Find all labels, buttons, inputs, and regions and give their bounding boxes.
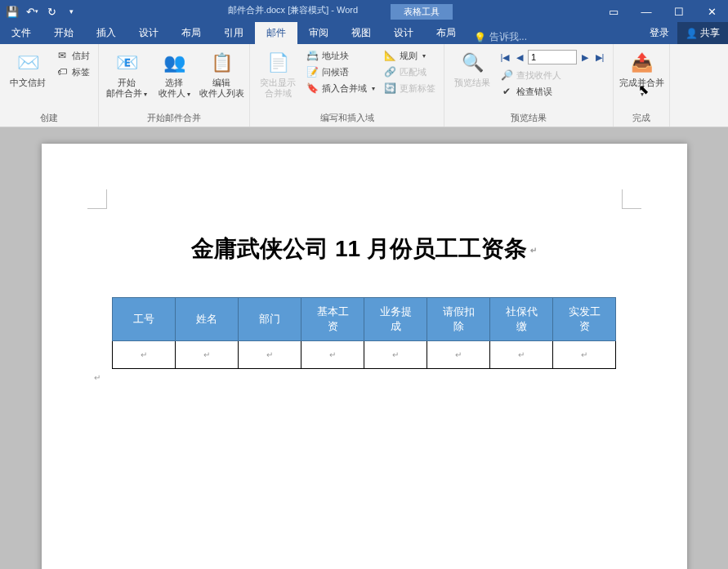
- greeting-line-button[interactable]: 📝 问候语: [302, 64, 378, 79]
- preview-results-button[interactable]: 🔍 预览结果: [449, 47, 495, 88]
- find-recipient-button[interactable]: 🔎 查找收件人: [497, 68, 608, 82]
- table-cell[interactable]: ↵: [553, 341, 616, 369]
- group-write-fields: 📄 突出显示合并域 📇 地址块 📝 问候语 🔖 插入合并域▾: [250, 44, 444, 127]
- table-cell[interactable]: ↵: [176, 341, 239, 369]
- update-labels-button[interactable]: 🔄 更新标签: [380, 81, 439, 96]
- next-record-button[interactable]: ▶: [578, 50, 592, 64]
- tell-me-search[interactable]: 💡 告诉我...: [467, 30, 534, 44]
- record-number-input[interactable]: [528, 50, 577, 64]
- address-block-button[interactable]: 📇 地址块: [302, 48, 378, 63]
- rules-icon: 📐: [383, 49, 396, 62]
- preview-icon: 🔍: [459, 50, 485, 76]
- group-start-merge: 📧 开始邮件合并▾ 👥 选择收件人▾ 📋 编辑收件人列表 开始邮件合并: [99, 44, 250, 127]
- group-preview: 🔍 预览结果 |◀ ◀ ▶ ▶| 🔎 查找收件人 ✔ 检查错误: [444, 44, 614, 127]
- table-header[interactable]: 社保代缴: [490, 298, 553, 341]
- greeting-icon: 📝: [306, 65, 319, 78]
- chinese-envelope-button[interactable]: ✉️ 中文信封: [5, 47, 51, 88]
- group-create: ✉️ 中文信封 ✉ 信封 🏷 标签 创建: [0, 44, 99, 127]
- last-record-button[interactable]: ▶|: [593, 50, 606, 64]
- redo-button[interactable]: ↻: [42, 2, 60, 20]
- ribbon-tabs: 文件 开始 插入 设计 布局 引用 邮件 审阅 视图 设计 布局 💡 告诉我..…: [0, 23, 728, 44]
- table-header[interactable]: 部门: [239, 298, 301, 341]
- tab-view[interactable]: 视图: [340, 22, 382, 44]
- document-title: 邮件合并.docx [兼容模式] - Word: [228, 4, 358, 20]
- table-cell[interactable]: ↵: [301, 341, 364, 369]
- group-label-start: 开始邮件合并: [104, 110, 244, 127]
- insert-merge-field-button[interactable]: 🔖 插入合并域▾: [302, 81, 378, 96]
- tab-table-layout[interactable]: 布局: [425, 22, 467, 44]
- undo-button[interactable]: ↶▾: [23, 2, 41, 20]
- table-tools-context: 表格工具: [391, 4, 453, 20]
- close-button[interactable]: ✕: [695, 0, 728, 23]
- label-button[interactable]: 🏷 标签: [52, 64, 93, 79]
- margin-corner-tl: [87, 189, 107, 209]
- tab-references[interactable]: 引用: [212, 22, 255, 44]
- check-errors-button[interactable]: ✔ 检查错误: [497, 84, 608, 99]
- table-cell[interactable]: ↵: [239, 341, 301, 369]
- share-button[interactable]: 👤 共享: [677, 22, 728, 44]
- select-recipients-button[interactable]: 👥 选择收件人▾: [151, 47, 197, 100]
- table-header-row: 工号 姓名 部门 基本工资 业务提成 请假扣除 社保代缴 实发工资: [113, 298, 616, 341]
- tab-mailings[interactable]: 邮件: [255, 22, 297, 44]
- match-fields-button[interactable]: 🔗 匹配域: [380, 64, 439, 79]
- table-cell[interactable]: ↵: [490, 341, 553, 369]
- window-controls: ▭ — ☐ ✕: [597, 0, 728, 23]
- rules-button[interactable]: 📐 规则▾: [380, 48, 439, 63]
- table-header[interactable]: 工号: [113, 298, 176, 341]
- first-record-button[interactable]: |◀: [498, 50, 511, 64]
- save-button[interactable]: 💾: [3, 2, 21, 20]
- quick-access-toolbar: 💾 ↶▾ ↻ ▾: [0, 2, 83, 20]
- envelope-small-icon: ✉: [56, 49, 69, 62]
- table-cell[interactable]: ↵: [364, 341, 427, 369]
- group-label-finish: 完成: [619, 110, 664, 127]
- paragraph-mark: ↵: [94, 373, 100, 382]
- envelope-button[interactable]: ✉ 信封: [52, 48, 93, 63]
- tab-layout[interactable]: 布局: [170, 22, 212, 44]
- group-label-write: 编写和插入域: [255, 110, 439, 127]
- title-bar: 💾 ↶▾ ↻ ▾ 邮件合并.docx [兼容模式] - Word 表格工具 ▭ …: [0, 0, 728, 23]
- field-icon: 🔖: [306, 82, 319, 95]
- table-cell[interactable]: ↵: [113, 341, 176, 369]
- highlight-fields-button[interactable]: 📄 突出显示合并域: [255, 47, 301, 99]
- maximize-button[interactable]: ☐: [663, 0, 695, 23]
- finish-merge-button[interactable]: 📤 完成并合并▾: [619, 47, 664, 100]
- person-icon: 👤: [686, 28, 698, 39]
- edit-recipients-button[interactable]: 📋 编辑收件人列表: [199, 47, 244, 99]
- tab-review[interactable]: 审阅: [297, 22, 340, 44]
- tab-file[interactable]: 文件: [0, 22, 42, 44]
- highlight-icon: 📄: [265, 50, 291, 76]
- tab-table-design[interactable]: 设计: [382, 22, 425, 44]
- tab-design[interactable]: 设计: [127, 22, 170, 44]
- tab-insert[interactable]: 插入: [85, 22, 127, 44]
- group-label-preview: 预览结果: [449, 110, 608, 127]
- table-cell[interactable]: ↵: [427, 341, 490, 369]
- start-mail-merge-button[interactable]: 📧 开始邮件合并▾: [104, 47, 150, 100]
- table-header[interactable]: 基本工资: [301, 298, 364, 341]
- margin-corner-tr: [622, 189, 641, 209]
- document-area[interactable]: 金庸武侠公司 11 月份员工工资条 工号 姓名 部门 基本工资 业务提成 请假扣…: [0, 127, 728, 569]
- finish-icon: 📤: [628, 50, 654, 76]
- minimize-button[interactable]: —: [630, 0, 663, 23]
- envelope-icon: ✉️: [15, 50, 41, 76]
- prev-record-button[interactable]: ◀: [513, 50, 526, 64]
- table-header[interactable]: 姓名: [176, 298, 239, 341]
- table-header[interactable]: 业务提成: [364, 298, 427, 341]
- label-icon: 🏷: [56, 65, 69, 78]
- lightbulb-icon: 💡: [474, 32, 486, 43]
- page: 金庸武侠公司 11 月份员工工资条 工号 姓名 部门 基本工资 业务提成 请假扣…: [42, 144, 687, 569]
- tab-home[interactable]: 开始: [42, 22, 85, 44]
- salary-table[interactable]: 工号 姓名 部门 基本工资 业务提成 请假扣除 社保代缴 实发工资 ↵ ↵ ↵ …: [112, 297, 616, 369]
- login-button[interactable]: 登录: [641, 22, 677, 44]
- check-icon: ✔: [500, 85, 513, 98]
- mail-merge-icon: 📧: [114, 50, 140, 76]
- document-heading: 金庸武侠公司 11 月份员工工资条: [91, 233, 638, 264]
- table-header[interactable]: 实发工资: [553, 298, 616, 341]
- update-icon: 🔄: [383, 82, 396, 95]
- ribbon: ✉️ 中文信封 ✉ 信封 🏷 标签 创建 📧 开始邮件合并▾: [0, 44, 728, 127]
- table-row: ↵ ↵ ↵ ↵ ↵ ↵ ↵ ↵: [113, 341, 616, 369]
- ribbon-display-options[interactable]: ▭: [597, 0, 630, 23]
- qat-customize[interactable]: ▾: [62, 2, 80, 20]
- group-label-create: 创建: [5, 110, 93, 127]
- table-header[interactable]: 请假扣除: [427, 298, 490, 341]
- search-icon: 🔎: [500, 69, 513, 82]
